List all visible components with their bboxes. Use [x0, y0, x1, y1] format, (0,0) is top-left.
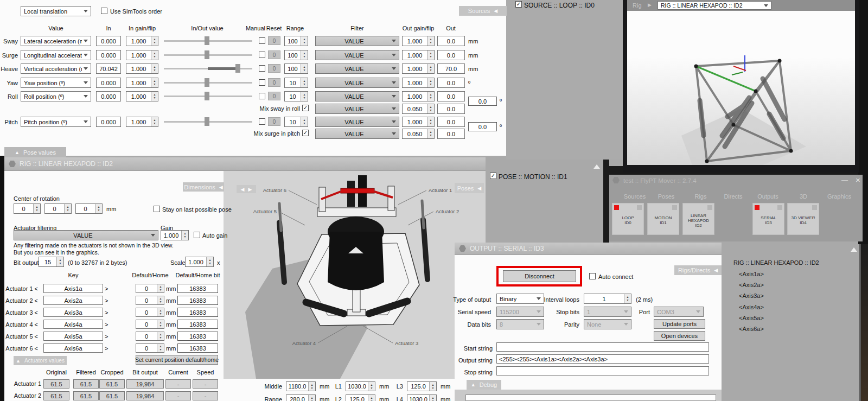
actuator-key-input[interactable] [43, 308, 103, 317]
spinner-arrows-icon[interactable] [151, 117, 158, 126]
actuator-key-input[interactable] [43, 320, 103, 329]
axis-reset-button[interactable]: 0 [268, 64, 280, 73]
spinner-arrows-icon[interactable] [151, 92, 158, 101]
mover-tab-outputs[interactable]: Outputs [757, 193, 778, 200]
key-next-icon[interactable]: > [105, 285, 108, 292]
actuator-filter-dropdown[interactable]: VALUE [14, 230, 158, 240]
axis-inout-slider[interactable] [164, 78, 252, 87]
disconnect-button[interactable]: Disconnect [503, 270, 576, 282]
spinner-arrows-icon[interactable] [427, 64, 434, 73]
axis-inout-slider[interactable] [164, 117, 252, 126]
spinner-arrows-icon[interactable] [301, 78, 308, 87]
axis-reset-button[interactable]: 0 [268, 92, 280, 100]
rig-window-header[interactable]: RIG :: LINEAR HEXAPOD :: ID2 [4, 157, 486, 171]
axis-range-spinner[interactable] [284, 91, 308, 101]
pose-enabled-checkbox[interactable]: ✓ [490, 173, 496, 179]
axis-inout-slider[interactable] [164, 63, 252, 73]
axis-value-dropdown[interactable]: Lateral acceleration (m/s²) [21, 36, 91, 46]
axis-range-spinner[interactable] [284, 50, 308, 60]
actuators-values-section-button[interactable]: ▲Actuators values [14, 356, 67, 365]
key-next-icon[interactable]: > [105, 297, 108, 304]
axis-reset-button[interactable]: 0 [268, 78, 280, 87]
viewer3d-canvas[interactable] [627, 11, 855, 165]
spinner-arrows-icon[interactable] [427, 129, 434, 138]
output-string-input[interactable] [496, 354, 709, 364]
axis-manual-checkbox[interactable] [259, 93, 265, 99]
spinner-arrows-icon[interactable] [151, 36, 158, 46]
module-tile[interactable]: LINEARHEXAPODID2 [682, 203, 714, 235]
axis-reset-button[interactable]: 0 [268, 50, 280, 59]
axis-filter-dropdown[interactable]: VALUE [315, 63, 399, 74]
axis-out-gain-spinner[interactable] [402, 117, 435, 127]
spinner-arrows-icon[interactable] [427, 117, 434, 126]
spinner-arrows-icon[interactable] [206, 257, 213, 266]
axis-out-gain-spinner[interactable] [402, 63, 435, 74]
mover-tab-poses[interactable]: Poses [655, 193, 678, 200]
spinner-arrows-icon[interactable] [151, 78, 158, 87]
spinner-arrows-icon[interactable] [368, 395, 375, 401]
dim-field-spinner[interactable] [286, 381, 316, 391]
axis-filter-dropdown[interactable]: VALUE [315, 91, 399, 101]
spinner-arrows-icon[interactable] [301, 36, 308, 46]
auto-gain-checkbox[interactable] [194, 232, 200, 238]
minimize-icon[interactable]: — [841, 176, 848, 184]
actuator-home-spinner[interactable] [136, 320, 164, 329]
axis-range-spinner[interactable] [284, 36, 308, 46]
collapse-indicator[interactable] [707, 205, 712, 210]
center-z-spinner[interactable] [75, 203, 103, 214]
spinner-arrows-icon[interactable] [624, 294, 631, 303]
mover-tab-rigs[interactable]: Rigs [691, 193, 710, 200]
stop-string-input[interactable] [496, 366, 709, 375]
interval-loops-spinner[interactable] [584, 294, 631, 304]
spinner-arrows-icon[interactable] [157, 284, 164, 292]
stay-last-pose-checkbox[interactable] [154, 206, 160, 212]
actuator-home-spinner[interactable] [136, 343, 164, 353]
axis-out-gain-spinner[interactable] [402, 91, 435, 101]
axis-range-spinner[interactable] [284, 78, 308, 88]
spinner-arrows-icon[interactable] [151, 64, 158, 73]
scale-spinner[interactable] [185, 257, 214, 267]
mover-tab-graphics[interactable]: Graphics [826, 193, 853, 200]
dim-field-spinner[interactable] [346, 394, 375, 401]
spinner-arrows-icon[interactable] [301, 117, 308, 126]
axis-filter-dropdown[interactable]: VALUE [315, 36, 399, 46]
spinner-arrows-icon[interactable] [95, 204, 102, 213]
axis-in-gain-spinner[interactable] [126, 91, 158, 101]
axis-inout-slider[interactable] [164, 50, 252, 60]
axis-in-gain-spinner[interactable] [126, 63, 158, 74]
spinner-arrows-icon[interactable] [427, 92, 434, 101]
mix-checkbox[interactable]: ✓ [302, 105, 309, 111]
scroll-up-icon[interactable] [851, 247, 857, 252]
dim-field-spinner[interactable] [346, 381, 375, 391]
start-string-input[interactable] [496, 342, 709, 352]
spinner-arrows-icon[interactable] [427, 36, 434, 46]
axis-filter-dropdown[interactable]: VALUE [315, 117, 399, 127]
slider-thumb[interactable] [235, 64, 240, 73]
key-next-icon[interactable]: > [105, 321, 108, 328]
center-x-spinner[interactable] [14, 203, 41, 214]
key-prev-icon[interactable]: < [35, 309, 38, 316]
axis-value-dropdown[interactable]: Vertical acceleration (m/s²) [21, 63, 91, 74]
axis-inout-slider[interactable] [164, 36, 252, 46]
axis-reset-button[interactable]: 0 [268, 36, 280, 45]
dimensions-section-button[interactable]: Dimensions◀ [183, 182, 224, 192]
update-ports-button[interactable]: Update ports [654, 319, 705, 329]
axis-out-gain-spinner[interactable] [402, 78, 435, 88]
collapse-indicator[interactable] [777, 205, 782, 210]
actuator-key-input[interactable] [43, 343, 103, 353]
axis-manual-checkbox[interactable] [259, 52, 265, 58]
mover-tab-3d[interactable]: 3D [796, 193, 810, 200]
axis-filter-dropdown[interactable]: VALUE [315, 78, 399, 88]
actuator-key-input[interactable] [43, 296, 103, 305]
actuator-key-input[interactable] [43, 284, 103, 293]
key-next-icon[interactable]: > [105, 345, 108, 352]
key-next-icon[interactable]: > [105, 333, 108, 340]
mix-gain-spinner[interactable] [402, 104, 435, 114]
axis-range-spinner[interactable] [284, 63, 308, 74]
mix-filter-dropdown[interactable]: VALUE [315, 104, 399, 114]
axis-in-gain-spinner[interactable] [126, 78, 158, 88]
mix-gain-spinner[interactable] [402, 129, 435, 139]
module-tile[interactable]: SERIALID3 [752, 203, 784, 235]
spinner-arrows-icon[interactable] [427, 104, 434, 113]
set-home-button[interactable]: Set current position default/home [136, 355, 218, 365]
